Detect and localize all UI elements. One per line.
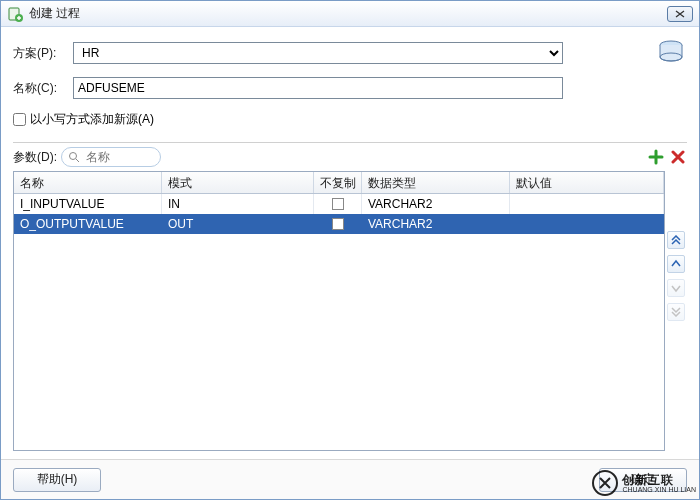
params-grid-area: 名称 模式 不复制 数据类型 默认值 I_INPUTVALUEINVARCHAR… (13, 171, 687, 451)
col-type[interactable]: 数据类型 (362, 172, 510, 193)
col-nocopy[interactable]: 不复制 (314, 172, 362, 193)
params-search-input[interactable] (84, 149, 154, 165)
reorder-arrows (665, 171, 687, 451)
lowercase-checkbox[interactable] (13, 113, 26, 126)
params-grid: 名称 模式 不复制 数据类型 默认值 I_INPUTVALUEINVARCHAR… (13, 171, 665, 451)
dialog-body: 方案(P): HR 名称(C): 以小写方式添加新源(A) 参数(D): (1, 27, 699, 459)
move-top-button[interactable] (667, 231, 685, 249)
move-down-button[interactable] (667, 279, 685, 297)
database-icon (655, 37, 687, 69)
table-row[interactable]: O_OUTPUTVALUEOUTVARCHAR2 (14, 214, 664, 234)
scheme-row: 方案(P): HR (13, 37, 687, 69)
nocopy-checkbox[interactable] (332, 218, 344, 230)
add-param-button[interactable] (647, 148, 665, 166)
params-label: 参数(D): (13, 149, 57, 166)
nocopy-checkbox[interactable] (332, 198, 344, 210)
col-default[interactable]: 默认值 (510, 172, 664, 193)
name-input[interactable] (73, 77, 563, 99)
svg-line-5 (76, 159, 79, 162)
ok-button[interactable]: 确定 (599, 468, 687, 492)
dialog-window: 创建 过程 方案(P): HR 名称(C): 以小写方式添加新源(A) 参数(D… (0, 0, 700, 500)
up-icon (671, 259, 681, 269)
params-search (61, 147, 161, 167)
cell-default (510, 194, 664, 214)
window-title: 创建 过程 (29, 5, 667, 22)
scheme-label: 方案(P): (13, 45, 73, 62)
col-name[interactable]: 名称 (14, 172, 162, 193)
cell-type: VARCHAR2 (362, 194, 510, 214)
svg-point-4 (70, 153, 77, 160)
cell-mode: OUT (162, 214, 314, 234)
cell-nocopy (314, 194, 362, 214)
cell-default (510, 214, 664, 234)
cell-nocopy (314, 214, 362, 234)
down-icon (671, 283, 681, 293)
col-mode[interactable]: 模式 (162, 172, 314, 193)
name-row: 名称(C): (13, 77, 687, 99)
lowercase-row: 以小写方式添加新源(A) (13, 111, 687, 128)
cell-type: VARCHAR2 (362, 214, 510, 234)
grid-header: 名称 模式 不复制 数据类型 默认值 (14, 172, 664, 194)
params-toolbar: 参数(D): (13, 142, 687, 167)
cell-name: O_OUTPUTVALUE (14, 214, 162, 234)
double-up-icon (671, 235, 681, 245)
table-row[interactable]: I_INPUTVALUEINVARCHAR2 (14, 194, 664, 214)
dialog-footer: 帮助(H) 确定 (1, 459, 699, 499)
close-button[interactable] (667, 6, 693, 22)
grid-body: I_INPUTVALUEINVARCHAR2O_OUTPUTVALUEOUTVA… (14, 194, 664, 450)
search-icon (68, 151, 80, 163)
lowercase-label: 以小写方式添加新源(A) (30, 111, 154, 128)
move-up-button[interactable] (667, 255, 685, 273)
titlebar: 创建 过程 (1, 1, 699, 27)
name-label: 名称(C): (13, 80, 73, 97)
cell-name: I_INPUTVALUE (14, 194, 162, 214)
x-icon (671, 150, 685, 164)
move-bottom-button[interactable] (667, 303, 685, 321)
scheme-select[interactable]: HR (73, 42, 563, 64)
close-icon (675, 10, 685, 18)
remove-param-button[interactable] (669, 148, 687, 166)
create-procedure-icon (7, 6, 23, 22)
double-down-icon (671, 307, 681, 317)
scheme-select-wrap: HR (73, 42, 563, 64)
cell-mode: IN (162, 194, 314, 214)
plus-icon (648, 149, 664, 165)
help-button[interactable]: 帮助(H) (13, 468, 101, 492)
